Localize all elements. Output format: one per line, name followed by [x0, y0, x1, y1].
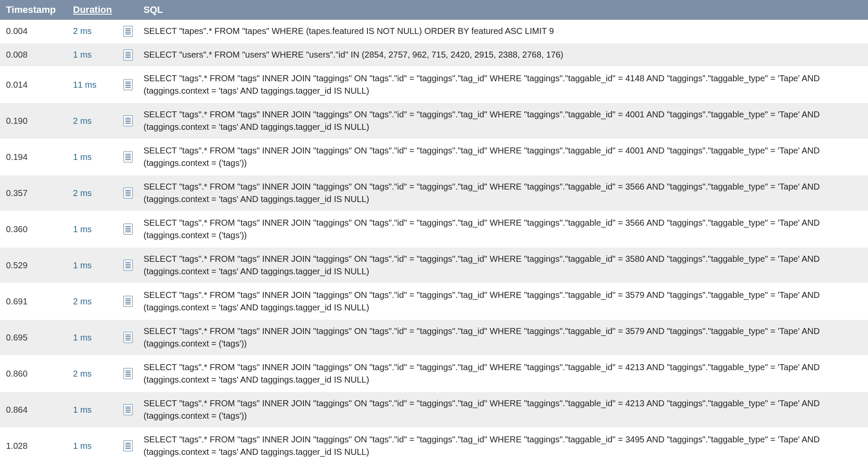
document-icon[interactable] — [123, 187, 133, 199]
table-row: 0.1902 msSELECT "tags".* FROM "tags" INN… — [0, 103, 868, 139]
document-icon[interactable] — [123, 440, 133, 451]
document-icon[interactable] — [123, 115, 133, 126]
timestamp-cell: 0.008 — [0, 43, 67, 67]
duration-cell[interactable]: 1 ms — [67, 247, 120, 283]
table-row: 0.8641 msSELECT "tags".* FROM "tags" INN… — [0, 392, 868, 428]
duration-sort-link[interactable]: Duration — [73, 4, 112, 15]
details-icon-cell — [120, 392, 138, 428]
document-icon[interactable] — [123, 404, 133, 415]
timestamp-cell: 1.028 — [0, 428, 67, 460]
details-icon-cell — [120, 283, 138, 319]
sql-queries-table: Timestamp Duration SQL 0.0042 msSELECT "… — [0, 0, 868, 460]
sql-cell: SELECT "tags".* FROM "tags" INNER JOIN "… — [138, 319, 868, 356]
timestamp-cell: 0.190 — [0, 103, 67, 139]
sql-cell: SELECT "tags".* FROM "tags" INNER JOIN "… — [138, 356, 868, 392]
timestamp-cell: 0.014 — [0, 67, 67, 103]
timestamp-cell: 0.004 — [0, 20, 67, 43]
column-header-icon — [120, 0, 138, 20]
document-icon[interactable] — [123, 260, 133, 271]
column-header-timestamp[interactable]: Timestamp — [0, 0, 67, 20]
details-icon-cell — [120, 247, 138, 283]
details-icon-cell — [120, 319, 138, 356]
sql-cell: SELECT "users".* FROM "users" WHERE "use… — [138, 43, 868, 67]
duration-cell[interactable]: 2 ms — [67, 283, 120, 319]
details-icon-cell — [120, 43, 138, 67]
duration-cell[interactable]: 1 ms — [67, 319, 120, 356]
sql-cell: SELECT "tags".* FROM "tags" INNER JOIN "… — [138, 139, 868, 175]
details-icon-cell — [120, 139, 138, 175]
column-header-duration[interactable]: Duration — [67, 0, 120, 20]
table-row: 0.01411 msSELECT "tags".* FROM "tags" IN… — [0, 67, 868, 103]
details-icon-cell — [120, 175, 138, 211]
table-body: 0.0042 msSELECT "tapes".* FROM "tapes" W… — [0, 20, 868, 460]
document-icon[interactable] — [123, 26, 133, 37]
table-row: 0.1941 msSELECT "tags".* FROM "tags" INN… — [0, 139, 868, 175]
timestamp-cell: 0.357 — [0, 175, 67, 211]
duration-cell[interactable]: 2 ms — [67, 175, 120, 211]
details-icon-cell — [120, 211, 138, 247]
duration-cell[interactable]: 1 ms — [67, 392, 120, 428]
table-header: Timestamp Duration SQL — [0, 0, 868, 20]
document-icon[interactable] — [123, 49, 133, 61]
sql-cell: SELECT "tags".* FROM "tags" INNER JOIN "… — [138, 428, 868, 460]
table-row: 0.3572 msSELECT "tags".* FROM "tags" INN… — [0, 175, 868, 211]
table-row: 0.6912 msSELECT "tags".* FROM "tags" INN… — [0, 283, 868, 319]
document-icon[interactable] — [123, 332, 133, 343]
duration-cell[interactable]: 1 ms — [67, 428, 120, 460]
sql-cell: SELECT "tapes".* FROM "tapes" WHERE (tap… — [138, 20, 868, 43]
document-icon[interactable] — [123, 79, 133, 90]
table-row: 0.6951 msSELECT "tags".* FROM "tags" INN… — [0, 319, 868, 356]
sql-cell: SELECT "tags".* FROM "tags" INNER JOIN "… — [138, 67, 868, 103]
timestamp-cell: 0.194 — [0, 139, 67, 175]
duration-cell[interactable]: 1 ms — [67, 43, 120, 67]
sql-cell: SELECT "tags".* FROM "tags" INNER JOIN "… — [138, 175, 868, 211]
timestamp-cell: 0.695 — [0, 319, 67, 356]
details-icon-cell — [120, 67, 138, 103]
table-row: 0.0081 msSELECT "users".* FROM "users" W… — [0, 43, 868, 67]
sql-cell: SELECT "tags".* FROM "tags" INNER JOIN "… — [138, 392, 868, 428]
document-icon[interactable] — [123, 368, 133, 379]
column-header-sql[interactable]: SQL — [138, 0, 868, 20]
document-icon[interactable] — [123, 151, 133, 163]
duration-cell[interactable]: 2 ms — [67, 20, 120, 43]
details-icon-cell — [120, 356, 138, 392]
table-row: 0.3601 msSELECT "tags".* FROM "tags" INN… — [0, 211, 868, 247]
duration-cell[interactable]: 1 ms — [67, 211, 120, 247]
sql-cell: SELECT "tags".* FROM "tags" INNER JOIN "… — [138, 211, 868, 247]
timestamp-cell: 0.864 — [0, 392, 67, 428]
sql-cell: SELECT "tags".* FROM "tags" INNER JOIN "… — [138, 103, 868, 139]
timestamp-cell: 0.360 — [0, 211, 67, 247]
duration-cell[interactable]: 2 ms — [67, 356, 120, 392]
table-row: 0.8602 msSELECT "tags".* FROM "tags" INN… — [0, 356, 868, 392]
document-icon[interactable] — [123, 296, 133, 307]
timestamp-cell: 0.860 — [0, 356, 67, 392]
table-row: 0.5291 msSELECT "tags".* FROM "tags" INN… — [0, 247, 868, 283]
sql-cell: SELECT "tags".* FROM "tags" INNER JOIN "… — [138, 247, 868, 283]
duration-cell[interactable]: 2 ms — [67, 103, 120, 139]
table-row: 1.0281 msSELECT "tags".* FROM "tags" INN… — [0, 428, 868, 460]
table-row: 0.0042 msSELECT "tapes".* FROM "tapes" W… — [0, 20, 868, 43]
document-icon[interactable] — [123, 224, 133, 235]
duration-cell[interactable]: 1 ms — [67, 139, 120, 175]
duration-cell[interactable]: 11 ms — [67, 67, 120, 103]
details-icon-cell — [120, 20, 138, 43]
timestamp-cell: 0.529 — [0, 247, 67, 283]
details-icon-cell — [120, 103, 138, 139]
timestamp-cell: 0.691 — [0, 283, 67, 319]
details-icon-cell — [120, 428, 138, 460]
sql-cell: SELECT "tags".* FROM "tags" INNER JOIN "… — [138, 283, 868, 319]
